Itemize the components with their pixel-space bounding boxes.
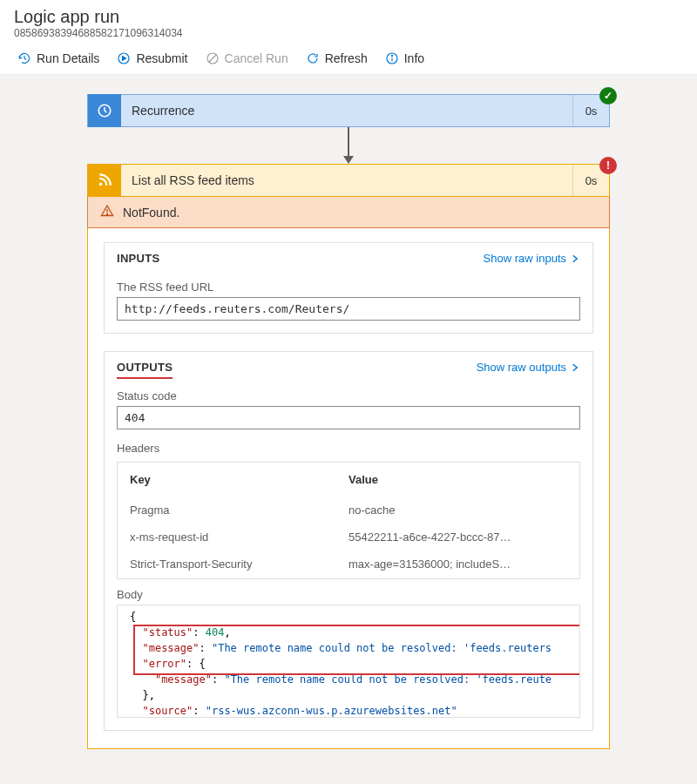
play-circle-icon (117, 51, 131, 65)
resubmit-label: Resubmit (136, 51, 187, 65)
step-rss-title: List all RSS feed items (121, 173, 572, 187)
run-id: 08586938394688582171096314034 (14, 27, 683, 39)
error-banner: NotFound. (87, 197, 610, 228)
table-row: Strict-Transport-Security max-age=315360… (118, 551, 579, 578)
run-details-button[interactable]: Run Details (10, 48, 106, 69)
error-badge-icon: ! (599, 157, 617, 174)
outputs-section: OUTPUTS Show raw outputs Status code Hea… (104, 351, 593, 731)
cancel-run-label: Cancel Run (225, 51, 288, 65)
refresh-button[interactable]: Refresh (299, 48, 375, 69)
page-title: Logic app run (14, 7, 683, 27)
header-key-col: Key (130, 473, 348, 486)
run-details-label: Run Details (37, 51, 99, 65)
cancel-icon (206, 51, 220, 65)
step-recurrence[interactable]: ✓ Recurrence 0s (87, 94, 610, 127)
history-icon (17, 51, 31, 65)
toolbar: Run Details Resubmit Cancel Run Refresh … (0, 43, 697, 75)
inputs-section: INPUTS Show raw inputs The RSS feed URL (104, 242, 593, 334)
rss-icon (88, 164, 121, 197)
chevron-right-icon (570, 253, 580, 264)
body-label: Body (117, 588, 580, 601)
refresh-label: Refresh (325, 51, 368, 65)
header-value-col: Value (348, 473, 567, 486)
headers-label: Headers (117, 442, 580, 455)
status-code-label: Status code (117, 389, 580, 402)
cancel-run-button: Cancel Run (199, 48, 295, 69)
info-button[interactable]: Info (378, 48, 431, 69)
chevron-right-icon (570, 362, 580, 373)
table-row: Pragma no-cache (118, 497, 579, 524)
headers-table[interactable]: Key Value Pragma no-cache x-ms-request-i… (117, 462, 580, 579)
refresh-icon (306, 51, 320, 65)
step-recurrence-title: Recurrence (121, 104, 572, 118)
body-json-box[interactable]: { "status": 404, "message": "The remote … (117, 605, 580, 718)
status-code-input[interactable] (117, 406, 580, 429)
svg-point-3 (391, 55, 392, 56)
feed-url-label: The RSS feed URL (117, 280, 580, 294)
designer-canvas: ✓ Recurrence 0s ! List all RSS feed item… (0, 75, 697, 784)
error-text: NotFound. (123, 206, 179, 220)
resubmit-button[interactable]: Resubmit (110, 48, 194, 69)
show-raw-inputs-text: Show raw inputs (484, 252, 566, 265)
clock-icon (88, 94, 121, 127)
inputs-label: INPUTS (117, 252, 159, 265)
success-badge-icon: ✓ (599, 87, 617, 105)
outputs-label: OUTPUTS (117, 361, 173, 374)
table-row: x-ms-request-id 55422211-a6ce-4227-bccc-… (118, 524, 579, 551)
show-raw-outputs-text: Show raw outputs (477, 361, 566, 374)
warning-icon (100, 204, 114, 220)
feed-url-input[interactable] (117, 297, 580, 321)
step-rss[interactable]: ! List all RSS feed items 0s NotFound. I (87, 164, 610, 749)
table-header-row: Key Value (118, 463, 579, 497)
info-icon (385, 51, 399, 65)
connector-arrow (343, 127, 354, 164)
svg-point-5 (99, 183, 103, 186)
show-raw-inputs-link[interactable]: Show raw inputs (484, 252, 580, 265)
svg-point-6 (106, 213, 107, 214)
info-label: Info (404, 51, 424, 65)
show-raw-outputs-link[interactable]: Show raw outputs (477, 361, 580, 374)
